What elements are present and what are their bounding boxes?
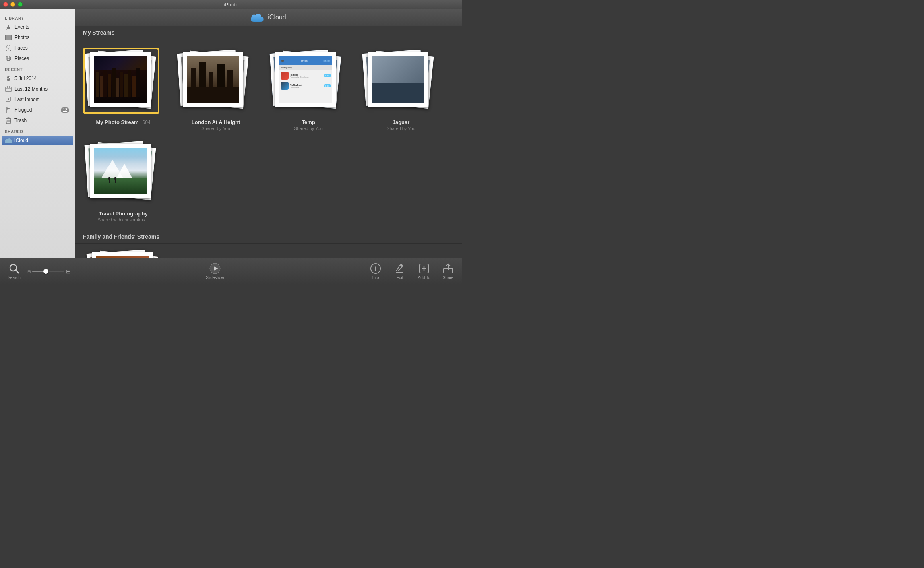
stream-name-my-photo-stream: My Photo Stream bbox=[96, 119, 138, 125]
toolbar: Search ⊞ ⊟ Slideshow bbox=[0, 258, 462, 284]
sidebar-item-faces[interactable]: Faces bbox=[2, 43, 73, 53]
sidebar-item-trash[interactable]: Trash bbox=[2, 116, 73, 125]
slideshow-button[interactable]: Slideshow bbox=[206, 263, 224, 280]
edit-button[interactable]: Edit bbox=[392, 263, 408, 280]
sidebar: LIBRARY Events Photos bbox=[0, 9, 75, 258]
sidebar-item-flagged[interactable]: Flagged 12 bbox=[2, 105, 73, 115]
app-container: LIBRARY Events Photos bbox=[0, 9, 462, 284]
sidebar-item-lastimport[interactable]: Last Import bbox=[2, 95, 73, 104]
icloud-label: iCloud bbox=[14, 138, 69, 143]
faces-label: Faces bbox=[14, 45, 69, 51]
toolbar-left: Search ⊞ ⊟ bbox=[6, 263, 95, 280]
stream-thumbnail-my-photo-stream bbox=[83, 48, 163, 116]
stream-item-travel-photography[interactable]: Travel Photography Shared with chrisprak… bbox=[83, 139, 163, 222]
stream-name-travel: Travel Photography bbox=[99, 211, 147, 217]
stream-thumbnail-jaguar bbox=[361, 48, 441, 116]
search-button[interactable]: Search bbox=[6, 263, 22, 280]
family-streams-grid bbox=[75, 244, 462, 258]
titlebar: iPhoto bbox=[0, 0, 462, 9]
zoom-slider[interactable] bbox=[32, 271, 64, 272]
share-button[interactable]: Share bbox=[440, 263, 456, 280]
minimize-button[interactable] bbox=[10, 2, 15, 7]
icloud-cloud-icon bbox=[251, 13, 264, 22]
svg-rect-1 bbox=[6, 35, 11, 40]
add-to-icon bbox=[418, 263, 430, 274]
icloud-header: iCloud bbox=[75, 9, 462, 26]
5jul2014-label: 5 Jul 2014 bbox=[14, 76, 69, 81]
close-button[interactable] bbox=[3, 2, 8, 7]
stream-subtitle-temp: Shared by You bbox=[294, 126, 323, 131]
family-friends-header: Family and Friends' Streams bbox=[75, 230, 462, 244]
last12months-label: Last 12 Months bbox=[14, 86, 69, 92]
photos-icon bbox=[5, 34, 12, 41]
sidebar-item-5jul2014[interactable]: 5 Jul 2014 bbox=[2, 74, 73, 83]
info-icon: i bbox=[370, 263, 381, 274]
lastimport-icon bbox=[5, 96, 12, 103]
svg-line-19 bbox=[16, 270, 19, 273]
icloud-sidebar-icon bbox=[5, 137, 12, 144]
stream-subtitle-travel: Shared with chrisprakos... bbox=[98, 217, 149, 222]
info-label: Info bbox=[372, 275, 379, 280]
add-to-label: Add To bbox=[418, 275, 430, 280]
stream-thumbnail-london bbox=[176, 48, 256, 116]
zoom-small-icon: ⊞ bbox=[27, 269, 31, 274]
places-icon bbox=[5, 55, 12, 62]
zoom-control: ⊞ ⊟ bbox=[27, 268, 71, 275]
sidebar-item-icloud[interactable]: iCloud bbox=[2, 136, 73, 145]
recent-section-header: RECENT bbox=[0, 65, 75, 73]
stream-item-london[interactable]: London At A Height Shared by You bbox=[176, 48, 256, 131]
slideshow-icon bbox=[209, 263, 221, 274]
edit-icon bbox=[394, 263, 405, 274]
edit-label: Edit bbox=[396, 275, 403, 280]
faces-icon bbox=[5, 44, 12, 52]
window-controls bbox=[3, 2, 23, 7]
library-section-header: LIBRARY bbox=[0, 14, 75, 22]
share-label: Share bbox=[443, 275, 454, 280]
last12months-icon bbox=[5, 85, 12, 93]
stream-item-my-photo-stream[interactable]: My Photo Stream 604 bbox=[83, 48, 163, 131]
lastimport-label: Last Import bbox=[14, 97, 69, 102]
5jul2014-icon bbox=[5, 75, 12, 82]
my-streams-header: My Streams bbox=[75, 26, 462, 39]
stream-item-temp[interactable]: Stream iPhone Photography Halftone bbox=[268, 48, 349, 131]
toolbar-center: Slideshow bbox=[95, 263, 335, 280]
flagged-icon bbox=[5, 106, 12, 114]
stream-name-london: London At A Height bbox=[192, 119, 240, 125]
events-label: Events bbox=[14, 24, 69, 30]
stream-name-temp: Temp bbox=[302, 119, 315, 125]
shared-section-header: SHARED bbox=[0, 127, 75, 135]
sidebar-item-last12months[interactable]: Last 12 Months bbox=[2, 84, 73, 94]
main-content: LIBRARY Events Photos bbox=[0, 9, 462, 258]
slideshow-label: Slideshow bbox=[206, 275, 224, 280]
sidebar-item-events[interactable]: Events bbox=[2, 22, 73, 32]
trash-icon bbox=[5, 117, 12, 124]
sidebar-item-photos[interactable]: Photos bbox=[2, 33, 73, 42]
photos-label: Photos bbox=[14, 35, 69, 40]
add-to-button[interactable]: Add To bbox=[416, 263, 432, 280]
trash-label: Trash bbox=[14, 118, 69, 123]
maximize-button[interactable] bbox=[18, 2, 23, 7]
share-icon bbox=[442, 263, 454, 274]
stream-thumbnail-travel bbox=[83, 139, 163, 207]
zoom-large-icon: ⊟ bbox=[66, 268, 71, 275]
stream-item-family1[interactable] bbox=[83, 248, 163, 258]
places-label: Places bbox=[14, 56, 69, 61]
svg-rect-6 bbox=[6, 87, 11, 92]
window-title: iPhoto bbox=[224, 2, 239, 8]
stream-subtitle-london: Shared by You bbox=[201, 126, 230, 131]
stream-subtitle-jaguar: Shared by You bbox=[387, 126, 415, 131]
search-icon bbox=[8, 263, 20, 274]
svg-point-2 bbox=[7, 45, 10, 48]
stream-name-jaguar: Jaguar bbox=[393, 119, 410, 125]
search-label: Search bbox=[8, 275, 21, 280]
content-area: iCloud My Streams bbox=[75, 9, 462, 258]
events-icon bbox=[5, 23, 12, 31]
my-streams-grid-row2: Travel Photography Shared with chrisprak… bbox=[75, 139, 462, 230]
sidebar-item-places[interactable]: Places bbox=[2, 54, 73, 63]
flagged-label: Flagged bbox=[14, 107, 61, 113]
info-button[interactable]: i Info bbox=[368, 263, 384, 280]
icloud-title: iCloud bbox=[268, 14, 286, 21]
my-streams-grid: My Photo Stream 604 bbox=[75, 39, 462, 139]
stream-thumbnail-temp: Stream iPhone Photography Halftone bbox=[268, 48, 349, 116]
stream-item-jaguar[interactable]: Jaguar Shared by You bbox=[361, 48, 441, 131]
